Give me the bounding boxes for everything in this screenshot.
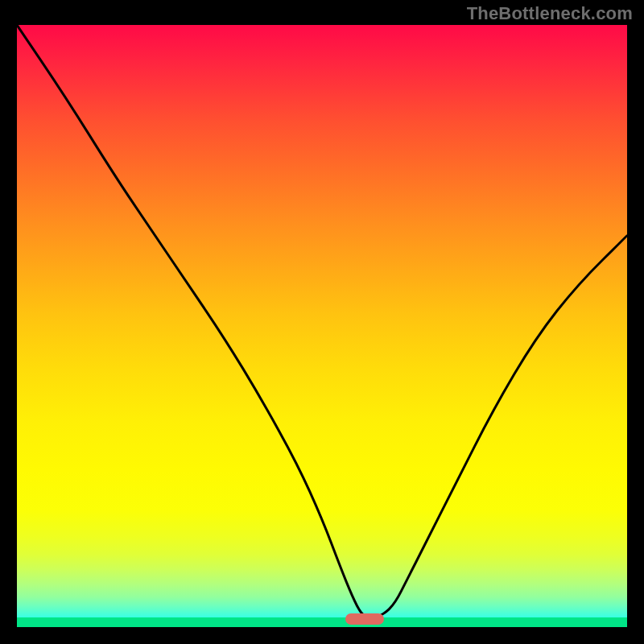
- watermark-text: TheBottleneck.com: [467, 3, 633, 24]
- plot-area: [17, 25, 627, 627]
- curve-svg: [17, 25, 627, 627]
- bottleneck-curve-path: [17, 25, 627, 617]
- chart-frame: TheBottleneck.com: [0, 0, 644, 644]
- min-marker: [345, 613, 384, 625]
